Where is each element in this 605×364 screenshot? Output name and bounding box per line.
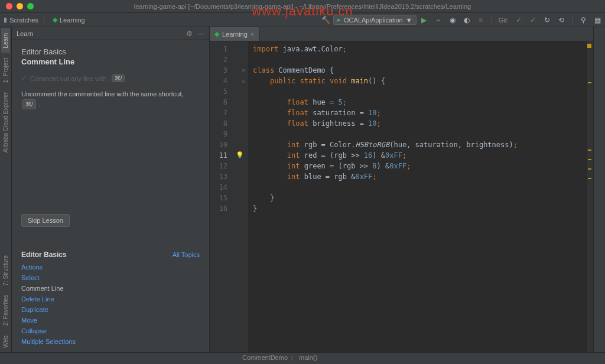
git-update-icon[interactable]: ↻ xyxy=(543,16,551,24)
line-number[interactable]: 5 xyxy=(210,86,227,97)
crumb-method[interactable]: main() xyxy=(299,354,317,363)
line-number[interactable]: 13 xyxy=(210,171,227,182)
line-number[interactable]: 16 xyxy=(210,203,227,214)
code-line[interactable] xyxy=(253,129,586,139)
close-window-button[interactable] xyxy=(6,3,12,9)
line-number[interactable]: 8 xyxy=(210,118,227,129)
editor-area: ◆ Learning × 12345678910111213141516 💡 ⊟… xyxy=(210,27,593,352)
minimize-window-button[interactable] xyxy=(17,3,23,9)
run-button[interactable]: ▶ xyxy=(420,16,428,24)
code-content[interactable]: import java.awt.Color;class CommentDemo … xyxy=(248,41,586,352)
close-icon[interactable]: × xyxy=(251,31,254,38)
git-push-icon[interactable]: ✓ xyxy=(529,16,537,24)
code-line[interactable]: float hue = 5; xyxy=(253,97,586,108)
topic-item[interactable]: Duplicate xyxy=(21,306,200,313)
code-line[interactable]: int red = (rgb >> 16) &0xFF; xyxy=(253,150,586,161)
debug-button[interactable]: ⌁ xyxy=(434,16,443,24)
rail-tab-cloud[interactable]: Alibaba Cloud Explorer xyxy=(1,87,10,157)
code-line[interactable] xyxy=(253,54,586,65)
git-history-icon[interactable]: ⟲ xyxy=(557,16,565,24)
rail-tab-learn[interactable]: Learn xyxy=(1,28,10,53)
git-commit-icon[interactable]: ✓ xyxy=(515,16,523,24)
search-icon[interactable]: ⚲ xyxy=(579,16,587,24)
warning-stripe[interactable] xyxy=(588,82,591,83)
error-stripe[interactable] xyxy=(586,41,593,352)
step-text: Comment out any line with xyxy=(30,75,107,82)
run-configuration-dropdown[interactable]: ▸ OCALApiApplication ▼ xyxy=(333,15,417,25)
line-number[interactable]: 6 xyxy=(210,97,227,108)
rail-tab-project[interactable]: 1: Project xyxy=(1,53,10,87)
analysis-status-icon[interactable] xyxy=(587,44,591,48)
learning-file-icon: ◆ xyxy=(214,30,219,38)
line-number[interactable]: 14 xyxy=(210,182,227,193)
code-line[interactable]: public static void main() { xyxy=(253,76,586,86)
tab-learning[interactable]: ◆ Learning × xyxy=(210,27,259,41)
coverage-button[interactable]: ◉ xyxy=(448,16,457,24)
ide-settings-icon[interactable]: ▦ xyxy=(593,16,601,24)
lesson-category: Editor Basics xyxy=(21,47,200,56)
lesson-step-done: ✓ Comment out any line with ⌘/ xyxy=(21,74,200,82)
warning-stripe[interactable] xyxy=(588,159,591,160)
learn-panel-header: Learn ⚙ — xyxy=(12,27,209,40)
line-number[interactable]: 3 xyxy=(210,65,227,76)
code-line[interactable] xyxy=(253,182,586,193)
editor-tabs: ◆ Learning × xyxy=(210,27,593,41)
line-number[interactable]: 4 xyxy=(210,76,227,86)
breadcrumb-scratches[interactable]: ▮ Scratches xyxy=(4,16,38,24)
code-line[interactable]: int green = (rgb >> 8) &0xFF; xyxy=(253,161,586,171)
warning-stripe[interactable] xyxy=(588,150,591,151)
topic-item[interactable]: Multiple Selections xyxy=(21,338,200,345)
line-number[interactable]: 2 xyxy=(210,54,227,65)
learn-panel: Learn ⚙ — Editor Basics Comment Line ✓ C… xyxy=(12,27,210,352)
line-number[interactable]: 1 xyxy=(210,44,227,54)
code-line[interactable]: int rgb = Color.HSBtoRGB(hue, saturation… xyxy=(253,139,586,150)
gear-icon[interactable]: ⚙ xyxy=(186,30,193,38)
hide-panel-icon[interactable]: — xyxy=(197,30,204,38)
breadcrumb-learning[interactable]: ◆ Learning xyxy=(53,16,85,24)
build-icon[interactable]: 🔨 xyxy=(321,16,330,24)
fold-handle[interactable]: ⊟ xyxy=(242,65,245,76)
line-number[interactable]: 10 xyxy=(210,139,227,150)
intention-bulb-icon[interactable]: 💡 xyxy=(236,150,244,161)
shortcut-kbd: ⌘/ xyxy=(112,74,125,82)
profile-button[interactable]: ◐ xyxy=(463,16,471,24)
skip-lesson-button[interactable]: Skip Lesson xyxy=(21,214,70,227)
topic-item[interactable]: Delete Line xyxy=(21,295,200,303)
line-number[interactable]: 11 xyxy=(210,150,227,161)
left-tool-rail: Learn1: ProjectAlibaba Cloud Explorer 7:… xyxy=(0,27,12,352)
topic-item[interactable]: Collapse xyxy=(21,327,200,334)
topic-item[interactable]: Actions xyxy=(21,264,200,271)
rail-tab-structure[interactable]: 7: Structure xyxy=(1,251,10,291)
step-text: Uncomment the commented line with the sa… xyxy=(21,90,184,98)
code-line[interactable]: float brightness = 10; xyxy=(253,118,586,129)
warning-stripe[interactable] xyxy=(588,178,591,179)
topic-item[interactable]: Move xyxy=(21,317,200,324)
maximize-window-button[interactable] xyxy=(27,3,34,9)
code-line[interactable] xyxy=(253,86,586,97)
code-line[interactable]: } xyxy=(253,193,586,203)
rail-tab-web[interactable]: Web xyxy=(1,331,10,352)
code-line[interactable]: class CommentDemo { xyxy=(253,65,586,76)
topic-item[interactable]: Select xyxy=(21,274,200,281)
stop-button[interactable]: ■ xyxy=(477,16,485,24)
code-line[interactable]: int blue = rgb &0xFF; xyxy=(253,171,586,182)
learning-file-icon: ◆ xyxy=(53,16,57,24)
rail-tab-favorites[interactable]: 2: Favorites xyxy=(1,290,10,330)
line-number[interactable]: 15 xyxy=(210,193,227,203)
all-topics-link[interactable]: All Topics xyxy=(173,251,200,258)
folder-icon: ▮ xyxy=(4,16,7,24)
fold-handle[interactable]: ⊟ xyxy=(242,76,245,86)
topic-item[interactable]: Comment Line xyxy=(21,285,200,292)
line-number[interactable]: 9 xyxy=(210,129,227,139)
editor-breadcrumbs[interactable]: CommentDemo 〉 main() xyxy=(242,354,317,363)
code-line[interactable]: import java.awt.Color; xyxy=(253,44,586,54)
window-title: learning-game-api [~/Documents/p3/learni… xyxy=(134,3,471,10)
code-line[interactable]: float saturation = 10; xyxy=(253,108,586,118)
crumb-class[interactable]: CommentDemo xyxy=(242,354,288,363)
line-number[interactable]: 12 xyxy=(210,161,227,171)
toolbar-right: 🔨 ▸ OCALApiApplication ▼ ▶ ⌁ ◉ ◐ ■ | Git… xyxy=(321,15,601,25)
code-line[interactable]: } xyxy=(253,203,586,214)
code-editor[interactable]: 12345678910111213141516 💡 ⊟ ⊟ import jav… xyxy=(210,41,593,352)
line-number[interactable]: 7 xyxy=(210,108,227,118)
warning-stripe[interactable] xyxy=(588,168,591,170)
